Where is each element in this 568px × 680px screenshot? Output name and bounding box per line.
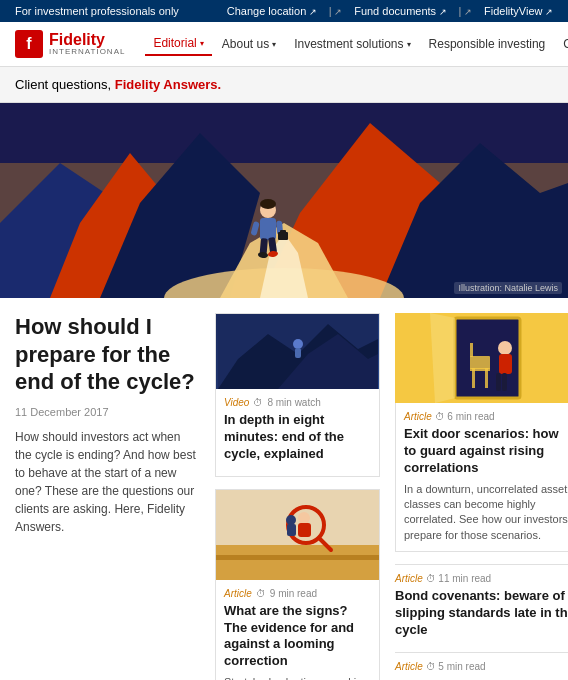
third-card-meta: Article ⏱ 5 min read — [395, 661, 568, 672]
svg-rect-29 — [216, 565, 379, 570]
svg-rect-16 — [280, 230, 286, 233]
nav-about-us[interactable]: About us ▾ — [214, 33, 284, 55]
svg-rect-35 — [287, 524, 296, 536]
article-thumbnail — [216, 490, 379, 580]
exit-door-card-meta: Article ⏱ 6 min read — [404, 411, 568, 422]
svg-rect-17 — [260, 238, 268, 255]
main-nav: f Fidelity INTERNATIONAL Editorial ▾ Abo… — [0, 22, 568, 67]
svg-rect-25 — [295, 348, 301, 358]
article-card-1[interactable]: Article ⏱ 9 min read What are the signs?… — [215, 489, 380, 680]
right-column: Article ⏱ 6 min read Exit door scenarios… — [395, 313, 568, 680]
svg-point-34 — [286, 515, 296, 525]
svg-rect-28 — [216, 555, 379, 560]
nav-responsible-investing[interactable]: Responsible investing — [421, 33, 554, 55]
article-card-title[interactable]: What are the signs? The evidence for and… — [224, 603, 371, 671]
svg-rect-47 — [470, 356, 490, 369]
change-location-link[interactable]: Change location — [227, 5, 317, 17]
svg-rect-43 — [502, 373, 507, 391]
video-card[interactable]: Video ⏱ 8 min watch In depth in eight mi… — [215, 313, 380, 477]
door-illustration — [395, 313, 568, 403]
fidelity-answers-text: Fidelity Answers. — [115, 77, 221, 92]
article-card-meta: Article ⏱ 9 min read — [224, 588, 371, 599]
chevron-down-icon: ▾ — [407, 40, 411, 49]
client-banner: Client questions, Fidelity Answers. — [0, 67, 568, 103]
logo-sub: INTERNATIONAL — [49, 48, 125, 57]
top-bar-text: For investment professionals only — [15, 5, 179, 17]
fidelityview-link[interactable]: FidelityView — [484, 5, 553, 17]
exit-door-card-title[interactable]: Exit door scenarios: how to guard agains… — [404, 426, 568, 477]
svg-rect-45 — [472, 368, 475, 388]
left-column: How should I prepare for the end of the … — [15, 313, 200, 680]
fund-documents-link[interactable]: Fund documents — [354, 5, 446, 17]
exit-door-card-body: Article ⏱ 6 min read Exit door scenarios… — [395, 403, 568, 552]
nav-items: Editorial ▾ About us ▾ Investment soluti… — [145, 32, 568, 56]
main-title: How should I prepare for the end of the … — [15, 313, 200, 396]
article-card-desc: Stretched valuations, peaking indicators… — [224, 675, 371, 680]
top-bar: For investment professionals only Change… — [0, 0, 568, 22]
svg-rect-33 — [298, 523, 311, 537]
svg-rect-10 — [260, 218, 276, 240]
svg-point-12 — [260, 199, 276, 209]
top-bar-links: Change location | Fund documents | Fidel… — [227, 5, 553, 17]
svg-rect-15 — [278, 232, 288, 240]
exit-door-card[interactable]: Article ⏱ 6 min read Exit door scenarios… — [395, 313, 568, 552]
svg-rect-41 — [499, 354, 512, 374]
hero-image: Illustration: Natalie Lewis — [0, 103, 568, 298]
nav-editorial[interactable]: Editorial ▾ — [145, 32, 211, 56]
svg-point-40 — [498, 341, 512, 355]
main-date: 11 December 2017 — [15, 406, 200, 418]
bond-card-title[interactable]: Bond covenants: beware of slipping stand… — [395, 588, 568, 639]
logo-icon: f — [15, 30, 43, 58]
svg-rect-27 — [216, 545, 379, 580]
chevron-down-icon: ▾ — [272, 40, 276, 49]
article-card-body: Article ⏱ 9 min read What are the signs?… — [216, 580, 379, 680]
video-card-body: Video ⏱ 8 min watch In depth in eight mi… — [216, 389, 379, 476]
video-card-title[interactable]: In depth in eight minutes: end of the cy… — [224, 412, 371, 463]
chevron-down-icon: ▾ — [200, 39, 204, 48]
third-article-card[interactable]: Article ⏱ 5 min read — [395, 652, 568, 680]
bond-covenants-card[interactable]: Article ⏱ 11 min read Bond covenants: be… — [395, 564, 568, 652]
logo-name: Fidelity — [49, 31, 125, 49]
video-thumbnail — [216, 314, 379, 389]
bond-card-meta: Article ⏱ 11 min read — [395, 573, 568, 584]
svg-rect-46 — [485, 368, 488, 388]
svg-rect-42 — [496, 373, 501, 391]
main-content: How should I prepare for the end of the … — [0, 298, 568, 680]
nav-contact-us[interactable]: Contact us — [555, 33, 568, 55]
main-description: How should investors act when the cycle … — [15, 428, 200, 536]
hero-caption: Illustration: Natalie Lewis — [454, 282, 562, 294]
exit-door-card-desc: In a downturn, uncorrelated asset classe… — [404, 482, 568, 544]
middle-column: Video ⏱ 8 min watch In depth in eight mi… — [215, 313, 380, 680]
svg-point-24 — [293, 339, 303, 349]
video-card-meta: Video ⏱ 8 min watch — [224, 397, 371, 408]
svg-point-32 — [298, 512, 310, 524]
nav-investment-solutions[interactable]: Investment solutions ▾ — [286, 33, 418, 55]
svg-rect-48 — [470, 343, 473, 357]
logo[interactable]: f Fidelity INTERNATIONAL — [15, 30, 125, 58]
